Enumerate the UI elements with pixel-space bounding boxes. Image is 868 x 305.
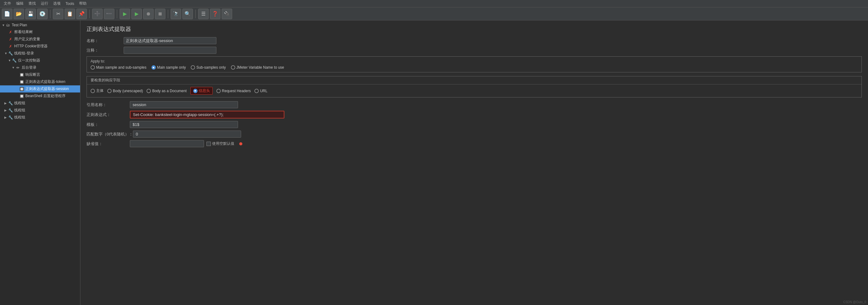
sidebar-item-user-vars[interactable]: ✗ 用户定义的变量 — [0, 36, 80, 43]
sidebar-item-backend-login[interactable]: ▼ ✏ 后台登录 — [0, 64, 80, 71]
thread-group-icon: 🔧 — [8, 51, 13, 56]
radio-icon — [191, 65, 195, 70]
remove-button[interactable]: ➖ — [104, 9, 114, 19]
menu-tools[interactable]: Tools — [63, 1, 77, 6]
sidebar-item-cookie-mgr[interactable]: ✗ HTTP Cookie管理器 — [0, 43, 80, 50]
comment-row: 注释： — [87, 47, 862, 54]
response-body-document[interactable]: Body as a Document — [147, 89, 186, 93]
sidebar-item-regex-session[interactable]: 🔲 正则表达式提取器-session — [0, 85, 80, 92]
arrow-icon: ▼ — [4, 52, 8, 55]
response-field-title: 要检查的响应字段 — [87, 77, 862, 85]
sidebar-item-beanshell[interactable]: 🔲 BeanShell 后置处理程序 — [0, 92, 80, 100]
copy-button[interactable]: 📋 — [65, 9, 75, 19]
cookie-icon: ✗ — [8, 44, 13, 49]
response-header[interactable]: 信息头 — [190, 87, 213, 95]
sidebar-item-regex-token[interactable]: 🔲 正则表达式提取器-token — [0, 78, 80, 85]
menu-find[interactable]: 查找 — [26, 0, 38, 7]
response-url[interactable]: URL — [254, 89, 268, 93]
save-template-button[interactable]: 💾 — [25, 9, 36, 19]
stop-button[interactable]: ⏹ — [155, 9, 165, 19]
radio-icon — [152, 65, 156, 70]
sidebar-label: 仅一次控制器 — [18, 58, 40, 63]
sidebar-label: BeanShell 后置处理程序 — [25, 93, 65, 99]
assertion-icon: 🔲 — [19, 72, 24, 77]
sidebar-item-test-plan[interactable]: ▼ 🗂 Test Plan — [0, 22, 80, 28]
content-panel: 正则表达式提取器 名称： 注释： Apply to: Main sample a… — [81, 21, 868, 305]
backend-login-icon: ✏ — [16, 65, 21, 70]
radio-icon — [147, 89, 151, 93]
regex-token-icon: 🔲 — [19, 80, 24, 85]
help-button[interactable]: ❓ — [210, 9, 220, 19]
toolbar-separator-5 — [195, 9, 196, 18]
radio-icon — [107, 89, 112, 93]
arrow-icon: ▶ — [4, 109, 8, 112]
menu-options[interactable]: 选项 — [51, 0, 63, 7]
open-button[interactable]: 📂 — [13, 9, 24, 19]
apply-main-sub[interactable]: Main sample and sub-samples — [91, 65, 147, 70]
radio-icon — [91, 89, 95, 93]
sidebar-label: 用户定义的变量 — [14, 36, 40, 42]
menu-bar: 文件 编辑 查找 运行 选项 Tools 帮助 — [0, 0, 868, 7]
play2-button[interactable]: ▶ — [131, 9, 142, 19]
name-input[interactable] — [124, 37, 216, 44]
comment-label: 注释： — [87, 48, 124, 53]
response-url-label: URL — [260, 89, 268, 93]
required-indicator — [239, 142, 242, 145]
play-button[interactable]: ▶ — [120, 9, 130, 19]
apply-main-only[interactable]: Main sample only — [152, 65, 186, 70]
arrow-icon: ▶ — [4, 101, 8, 105]
use-empty-checkbox[interactable]: 使用空默认值 — [207, 141, 234, 146]
apply-sub-only[interactable]: Sub-samples only — [191, 65, 226, 70]
sidebar-item-thread-group4[interactable]: ▶ 🔧 线程组 — [0, 114, 80, 121]
menu-help[interactable]: 帮助 — [77, 0, 89, 7]
default-label: 缺省值： — [87, 141, 130, 147]
menu-edit[interactable]: 编辑 — [13, 0, 26, 7]
user-vars-icon: ✗ — [8, 37, 13, 42]
apply-jmeter-var[interactable]: JMeter Variable Name to use — [231, 65, 284, 70]
menu-run[interactable]: 运行 — [38, 0, 51, 7]
match-number-input[interactable] — [133, 130, 241, 138]
cut-button[interactable]: ✂ — [53, 9, 63, 19]
sidebar-item-view-results[interactable]: ✗ 察看结果树 — [0, 28, 80, 36]
sidebar-label: HTTP Cookie管理器 — [14, 43, 48, 49]
sidebar-item-once-ctrl[interactable]: ▼ 🔧 仅一次控制器 — [0, 57, 80, 64]
sidebar-label: 响应断言 — [25, 72, 40, 77]
checkbox-icon — [207, 142, 211, 146]
template-input[interactable] — [130, 121, 238, 128]
save-button[interactable]: 💽 — [37, 9, 48, 19]
regex-input[interactable] — [130, 111, 284, 119]
sidebar-item-thread-group3[interactable]: ▶ 🔧 线程组 — [0, 107, 80, 114]
regex-row: 正则表达式： — [87, 111, 862, 119]
remote-stop-button[interactable]: 🔍 — [182, 9, 193, 19]
sidebar-item-thread-group-login[interactable]: ▼ 🔧 线程组-登录 — [0, 50, 80, 57]
menu-file[interactable]: 文件 — [1, 0, 13, 7]
toolbar: 📄 📂 💾 💽 ✂ 📋 📌 ➕ ➖ ▶ ▶ ⏺ ⏹ 🔭 🔍 ☰ ❓ 🔌 — [0, 7, 868, 21]
response-body-unescaped[interactable]: Body (unescaped) — [107, 89, 143, 93]
watermark: CSDN @Outo_0 — [843, 300, 866, 304]
use-empty-label: 使用空默认值 — [212, 141, 234, 146]
ref-name-input[interactable] — [130, 101, 238, 108]
thread-group2-icon: 🔧 — [8, 101, 13, 106]
sidebar-label: 正则表达式提取器-token — [25, 79, 65, 85]
ref-name-row: 引用名称： — [87, 101, 862, 108]
response-body[interactable]: 主体 — [91, 88, 103, 93]
sidebar-item-thread-group2[interactable]: ▶ 🔧 线程组 — [0, 100, 80, 107]
default-input[interactable] — [130, 140, 204, 147]
sidebar-label: 线程组 — [14, 100, 25, 106]
add-button[interactable]: ➕ — [92, 9, 103, 19]
apply-to-title: Apply to: — [91, 59, 858, 63]
sidebar-label: 后台登录 — [22, 65, 36, 70]
plugin-button[interactable]: 🔌 — [222, 9, 232, 19]
toolbar-separator-3 — [117, 9, 117, 18]
new-button[interactable]: 📄 — [2, 9, 12, 19]
test-list-button[interactable]: ☰ — [198, 9, 209, 19]
sidebar-item-assertion[interactable]: 🔲 响应断言 — [0, 71, 80, 78]
comment-input[interactable] — [124, 47, 216, 54]
response-field-section: 要检查的响应字段 主体 Body (unescaped) Body as a D… — [87, 76, 862, 97]
once-ctrl-icon: 🔧 — [12, 58, 17, 63]
remote-start-button[interactable]: 🔭 — [170, 9, 181, 19]
match-number-label: 匹配数字（0代表随机）： — [87, 131, 133, 137]
response-request-headers[interactable]: Request Headers — [216, 89, 251, 93]
stop-circle-button[interactable]: ⏺ — [143, 9, 154, 19]
paste-button[interactable]: 📌 — [76, 9, 87, 19]
